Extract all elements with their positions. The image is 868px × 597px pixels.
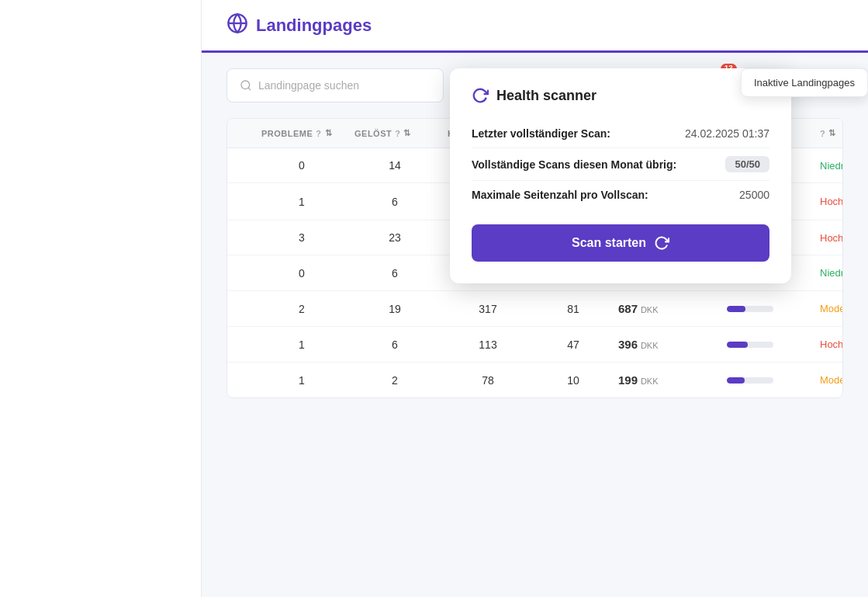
scans-left-label: Vollständige Scans diesen Monat übrig:	[472, 158, 676, 171]
td-progress	[721, 366, 814, 394]
help-icon: ?	[316, 129, 321, 138]
sort-icon-4[interactable]: ⇅	[828, 128, 836, 138]
sort-icon[interactable]: ⇅	[325, 128, 333, 138]
help-icon-2: ?	[395, 129, 400, 138]
td-keywords: 78	[441, 363, 534, 397]
td-value: 396 DKK	[612, 327, 721, 362]
td-name	[243, 227, 255, 248]
search-icon	[240, 79, 252, 92]
td-probleme: 3	[255, 220, 348, 255]
page-title: Landingpages	[256, 16, 372, 36]
scan-starten-button[interactable]: Scan starten	[472, 224, 769, 262]
main-content: Landingpages Landingpage suchen Filter ▼…	[202, 0, 868, 597]
max-pages-label: Maximale Seitenzahl pro Vollscan:	[472, 189, 648, 201]
search-box[interactable]: Landingpage suchen	[227, 68, 444, 102]
page-title-group: Landingpages	[227, 12, 372, 39]
health-scanner-popup: Health scanner Letzter vollständiger Sca…	[450, 68, 791, 283]
td-value: 687 DKK	[612, 291, 721, 326]
health-scanner-title: Health scanner	[472, 87, 769, 104]
max-pages-row: Maximale Seitenzahl pro Vollscan: 25000	[472, 181, 769, 209]
td-geloest: 6	[348, 328, 441, 362]
table-row: 1 2 78 10 199 DKK Moderat 24	[227, 363, 842, 397]
td-geloest: 19	[348, 292, 441, 326]
scans-left-badge: 50/50	[725, 156, 769, 172]
td-value: 199 DKK	[612, 363, 721, 397]
td-keywords: 317	[441, 292, 534, 326]
globe-icon	[227, 12, 248, 39]
td-probleme: 1	[255, 328, 348, 362]
last-scan-value: 24.02.2025 01:37	[685, 127, 769, 140]
table-row: 1 6 113 47 396 DKK Hoch 24	[227, 327, 842, 363]
th-probleme: PROBLEME ? ⇅	[255, 119, 348, 148]
scan-starten-icon	[654, 235, 669, 251]
td-priority: Hoch	[814, 185, 843, 218]
td-col4: 81	[534, 292, 612, 326]
td-progress	[721, 295, 814, 323]
td-name	[243, 370, 255, 391]
td-keywords: 113	[441, 328, 534, 362]
td-geloest: 23	[348, 220, 441, 255]
td-probleme: 1	[255, 185, 348, 219]
td-col4: 10	[534, 363, 612, 397]
svg-point-2	[241, 81, 250, 89]
scans-left-row: Vollständige Scans diesen Monat übrig: 5…	[472, 148, 769, 181]
td-geloest: 14	[348, 148, 441, 182]
td-priority: Moderat	[814, 292, 843, 325]
td-priority: Niedrig	[814, 256, 843, 290]
th-name	[243, 119, 255, 148]
sort-icon-2[interactable]: ⇅	[403, 128, 411, 138]
last-scan-row: Letzter vollständiger Scan: 24.02.2025 0…	[472, 120, 769, 148]
table-row: 2 19 317 81 687 DKK Moderat 24	[227, 291, 842, 327]
last-scan-label: Letzter vollständiger Scan:	[472, 127, 610, 140]
td-name	[243, 334, 255, 356]
td-progress	[721, 331, 814, 359]
td-name	[243, 154, 255, 176]
td-probleme: 0	[255, 148, 348, 182]
max-pages-value: 25000	[739, 189, 769, 201]
health-scanner-icon	[472, 87, 489, 104]
td-probleme: 1	[255, 363, 348, 397]
inaktive-tooltip: Inaktive Landingpages	[741, 68, 868, 97]
td-priority: Hoch	[814, 328, 843, 361]
td-probleme: 2	[255, 292, 348, 326]
th-priority: ? ⇅	[814, 119, 843, 148]
td-priority: Hoch	[814, 221, 843, 255]
td-geloest: 6	[348, 256, 441, 290]
td-name	[243, 262, 255, 284]
svg-line-3	[248, 88, 251, 90]
page-header: Landingpages	[202, 0, 868, 53]
td-name	[243, 298, 255, 320]
td-geloest: 2	[348, 363, 441, 397]
td-probleme: 0	[255, 256, 348, 290]
scan-starten-label: Scan starten	[572, 236, 646, 250]
td-priority: Moderat	[814, 363, 843, 397]
td-priority: Niedrig	[814, 149, 843, 182]
th-geloest: GELÖST ? ⇅	[348, 119, 441, 148]
td-col4: 47	[534, 328, 612, 362]
td-geloest: 6	[348, 185, 441, 219]
search-placeholder: Landingpage suchen	[258, 79, 359, 92]
td-name	[243, 191, 255, 213]
sidebar	[0, 0, 202, 597]
